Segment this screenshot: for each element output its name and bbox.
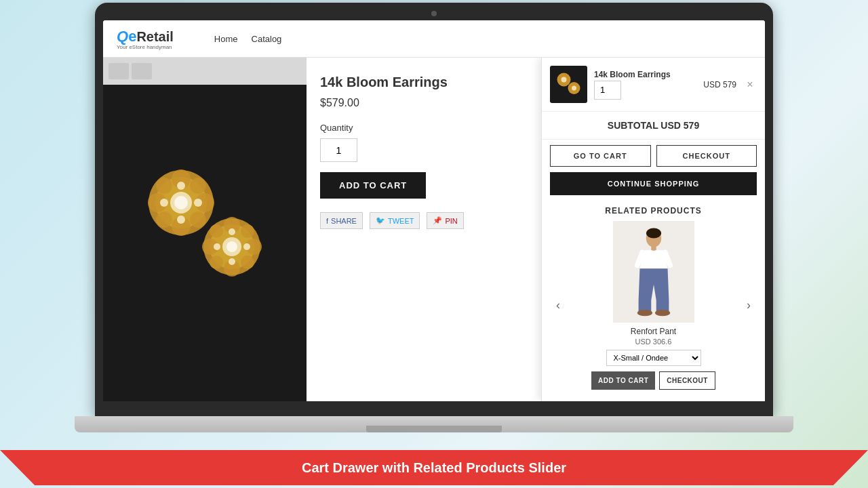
svg-point-43 — [654, 310, 669, 316]
cart-drawer: 14k Bloom Earrings USD 579 × SUBTOTAL US… — [541, 58, 765, 401]
cart-thumb-earrings — [555, 71, 583, 98]
slider-prev-button[interactable]: ‹ — [550, 298, 566, 314]
svg-point-24 — [210, 256, 223, 269]
product-price: $579.00 — [320, 97, 528, 109]
svg-point-27 — [226, 241, 237, 252]
svg-point-15 — [194, 199, 202, 207]
product-info-section: 14k Bloom Earrings $579.00 Quantity 1 AD… — [307, 58, 541, 401]
svg-point-23 — [241, 224, 254, 238]
related-product-card: Renfort Pant USD 306.6 X-Small / Ondee A… — [566, 221, 741, 390]
laptop-camera — [431, 11, 437, 16]
svg-point-6 — [156, 178, 172, 194]
share-pin-button[interactable]: 📌 PIN — [427, 212, 463, 229]
cart-item-thumbnail — [550, 66, 587, 103]
related-products-title: RELATED PRODUCTS — [550, 206, 757, 216]
svg-point-9 — [190, 211, 206, 228]
quantity-input-display: 1 — [320, 138, 357, 162]
screen-bezel: QeRetail Your eStore handyman Home Catal… — [103, 20, 765, 401]
logo-area: QeRetail Your eStore handyman — [117, 28, 174, 50]
cart-actions: GO TO CART CHECKOUT — [542, 140, 765, 172]
person-svg — [627, 224, 681, 319]
svg-point-13 — [177, 216, 185, 224]
checkout-top-button[interactable]: CHECKOUT — [656, 145, 757, 167]
fb-icon: f — [326, 217, 328, 225]
svg-point-12 — [177, 182, 185, 190]
product-main-image — [103, 85, 307, 401]
slider-next-button[interactable]: › — [741, 298, 757, 314]
fb-label: SHARE — [331, 217, 357, 225]
share-row: f SHARE 🐦 TWEET 📌 PIN — [320, 212, 528, 229]
related-checkout-button[interactable]: CHECKOUT — [659, 371, 715, 390]
bottom-banner: Cart Drawer with Related Products Slider — [0, 450, 868, 485]
pin-label: PIN — [445, 217, 457, 225]
add-to-cart-button[interactable]: ADD TO CART — [320, 172, 426, 199]
svg-point-14 — [160, 199, 168, 207]
share-tw-button[interactable]: 🐦 TWEET — [370, 212, 420, 229]
svg-point-25 — [241, 256, 254, 269]
related-buttons: ADD TO CART CHECKOUT — [591, 371, 715, 390]
related-product-image — [613, 221, 694, 323]
laptop-base — [75, 416, 793, 432]
thumb-2[interactable] — [132, 63, 152, 79]
nav-links: Home Catalog — [214, 34, 282, 44]
svg-point-38 — [646, 228, 660, 239]
subtotal-row: SUBTOTAL USD 579 — [542, 112, 765, 140]
svg-point-30 — [214, 243, 220, 250]
svg-point-7 — [190, 178, 206, 194]
tw-label: TWEET — [388, 217, 414, 225]
quantity-label: Quantity — [320, 123, 528, 133]
cart-remove-button[interactable]: × — [743, 78, 757, 92]
cart-item-details: 14k Bloom Earrings — [594, 70, 696, 100]
continue-shopping-button[interactable]: CONTINUE SHOPPING — [550, 172, 757, 195]
go-to-cart-button[interactable]: GO TO CART — [550, 145, 651, 167]
product-page: 14k Bloom Earrings $579.00 Quantity 1 AD… — [103, 58, 541, 401]
logo-sub: Your eStore handyman — [117, 44, 172, 50]
svg-point-33 — [561, 77, 566, 82]
cart-item-name: 14k Bloom Earrings — [594, 70, 696, 79]
bottom-banner-text: Cart Drawer with Related Products Slider — [302, 460, 566, 476]
related-product-price: USD 306.6 — [635, 338, 672, 346]
pin-icon: 📌 — [433, 216, 442, 225]
svg-point-22 — [210, 224, 223, 238]
related-product-name: Renfort Pant — [631, 327, 676, 336]
website: QeRetail Your eStore handyman Home Catal… — [103, 20, 765, 401]
logo-text: QeRetail — [117, 28, 174, 45]
nav-catalog[interactable]: Catalog — [252, 34, 282, 44]
product-thumb-strip — [103, 58, 307, 85]
svg-point-28 — [229, 228, 235, 235]
logo-e: e — [128, 28, 136, 45]
related-variant-select[interactable]: X-Small / Ondee — [606, 350, 701, 366]
related-add-cart-button[interactable]: ADD TO CART — [591, 371, 655, 390]
nav-home[interactable]: Home — [214, 34, 238, 44]
svg-point-31 — [243, 243, 250, 250]
product-images-section — [103, 58, 307, 401]
cart-qty-input[interactable] — [594, 81, 621, 100]
thumb-1[interactable] — [108, 63, 129, 79]
earrings-image — [117, 145, 293, 342]
cart-item-row: 14k Bloom Earrings USD 579 × — [542, 58, 765, 112]
svg-point-8 — [156, 211, 172, 228]
product-title: 14k Bloom Earrings — [320, 75, 528, 90]
logo-retail: Retail — [136, 29, 173, 44]
main-content: 14k Bloom Earrings $579.00 Quantity 1 AD… — [103, 58, 765, 401]
logo-q: Q — [117, 28, 128, 45]
related-slider: ‹ — [550, 221, 757, 390]
svg-point-35 — [572, 85, 576, 90]
svg-point-29 — [229, 258, 235, 265]
related-products-section: RELATED PRODUCTS ‹ — [542, 201, 765, 395]
share-fb-button[interactable]: f SHARE — [320, 212, 363, 229]
cart-item-price: USD 579 — [703, 80, 736, 89]
site-header: QeRetail Your eStore handyman Home Catal… — [103, 20, 765, 58]
svg-point-11 — [174, 196, 188, 209]
tw-icon: 🐦 — [376, 216, 385, 225]
svg-point-42 — [637, 310, 652, 316]
